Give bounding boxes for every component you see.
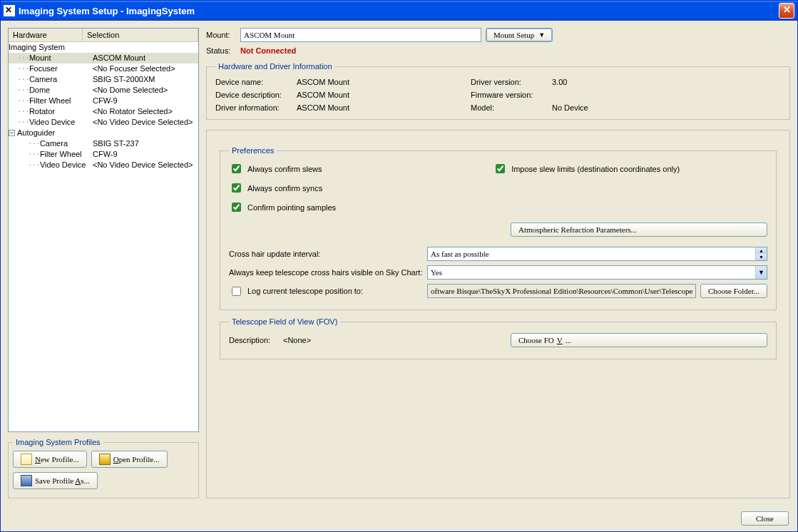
choose-folder-button[interactable]: Choose Folder... <box>700 284 767 298</box>
log-position-path <box>427 284 696 298</box>
driver-info-label: Driver information: <box>215 103 294 112</box>
titlebar: Imaging System Setup - ImagingSystem ✕ <box>1 1 797 21</box>
model-value: No Device <box>552 103 781 112</box>
close-button[interactable]: Close <box>741 511 789 526</box>
tree-header-hardware: Hardware <box>9 29 83 42</box>
driver-info-value: ASCOM Mount <box>297 103 468 112</box>
device-name-label: Device name: <box>215 78 294 86</box>
tree-item-mount[interactable]: ··· Mount ASCOM Mount <box>9 53 198 63</box>
log-position-checkbox[interactable]: Log current telescope position to: <box>229 285 423 298</box>
tree-header: Hardware Selection <box>9 29 198 42</box>
tree-item-dome[interactable]: ··· Dome <No Dome Selected> <box>9 85 198 96</box>
firmware-version-label: Firmware version: <box>471 91 549 99</box>
confirm-syncs-checkbox[interactable]: Always confirm syncs <box>229 181 336 195</box>
mount-setup-button[interactable]: Mount Setup▼ <box>486 28 553 42</box>
preferences-legend: Preferences <box>229 146 277 155</box>
crosshair-interval-label: Cross hair update interval: <box>229 250 423 258</box>
tree-item-rotator[interactable]: ··· Rotator <No Rotator Selected> <box>9 106 198 117</box>
app-icon <box>4 5 15 16</box>
keep-visible-combo[interactable]: ▼ <box>427 265 767 280</box>
model-label: Model: <box>471 103 549 112</box>
atmospheric-refraction-button[interactable]: Atmospheric Refraction Parameters... <box>511 222 767 237</box>
tree-sub-filterwheel[interactable]: ··· Filter Wheel CFW-9 <box>9 149 198 160</box>
tree-item-focuser[interactable]: ··· Focuser <No Focuser Selected> <box>9 63 198 74</box>
profiles-legend: Imaging System Profiles <box>13 438 103 446</box>
chevron-down-icon: ▼ <box>538 31 545 39</box>
fov-description-label: Description: <box>229 336 279 344</box>
profiles-group: Imaging System Profiles New Profile... O… <box>8 438 199 498</box>
hardware-info-group: Hardware and Driver Information Device n… <box>206 62 790 120</box>
tree-item-videodevice[interactable]: ··· Video Device <No Video Device Select… <box>9 117 198 128</box>
save-profile-button[interactable]: Save Profile As... <box>13 472 98 489</box>
driver-version-label: Driver version: <box>471 78 549 86</box>
fov-legend: Telescope Field of View (FOV) <box>229 317 340 326</box>
preferences-group: Preferences Always confirm slews Always … <box>220 146 777 310</box>
firmware-version-value <box>552 91 781 99</box>
status-value: Not Connected <box>240 46 296 55</box>
new-icon <box>21 454 32 465</box>
tree-item-filterwheel[interactable]: ··· Filter Wheel CFW-9 <box>9 96 198 106</box>
device-name-value: ASCOM Mount <box>297 78 468 86</box>
new-profile-button[interactable]: New Profile... <box>13 451 87 468</box>
device-desc-label: Device description: <box>215 91 294 99</box>
save-icon <box>21 475 32 486</box>
tree-sub-camera[interactable]: ··· Camera SBIG ST-237 <box>9 138 198 149</box>
impose-limits-checkbox[interactable]: Impose slew limits (destination coordina… <box>493 162 680 175</box>
fov-group: Telescope Field of View (FOV) Descriptio… <box>220 317 777 359</box>
tree-sub-autoguider[interactable]: −Autoguider <box>9 128 198 138</box>
mount-label: Mount: <box>206 31 236 39</box>
window-close-button[interactable]: ✕ <box>779 3 794 19</box>
choose-fov-button[interactable]: Choose FOV... <box>511 333 767 347</box>
tree-item-camera[interactable]: ··· Camera SBIG ST-2000XM <box>9 74 198 85</box>
spin-up-icon[interactable]: ▲ <box>756 247 767 254</box>
hardware-info-legend: Hardware and Driver Information <box>215 62 335 71</box>
tree-sub-videodevice[interactable]: ··· Video Device <No Video Device Select… <box>9 160 198 170</box>
open-icon <box>99 454 111 465</box>
device-desc-value: ASCOM Mount <box>297 91 468 99</box>
confirm-slews-checkbox[interactable]: Always confirm slews <box>229 162 336 175</box>
window-title: Imaging System Setup - ImagingSystem <box>19 6 195 16</box>
fov-description-value: <None> <box>283 336 506 344</box>
driver-version-value: 3.00 <box>552 78 781 86</box>
spin-down-icon[interactable]: ▼ <box>756 254 767 260</box>
crosshair-interval-combo[interactable]: ▲▼ <box>427 247 767 261</box>
tree-root[interactable]: Imaging System <box>9 42 198 53</box>
hardware-tree[interactable]: Hardware Selection Imaging System ··· Mo… <box>8 28 199 432</box>
confirm-pointing-checkbox[interactable]: Confirm pointing samples <box>229 200 336 214</box>
collapse-icon[interactable]: − <box>9 130 15 136</box>
keep-visible-label: Always keep telescope cross hairs visibl… <box>229 268 423 277</box>
chevron-down-icon[interactable]: ▼ <box>755 266 767 279</box>
tree-header-selection: Selection <box>83 29 198 42</box>
open-profile-button[interactable]: Open Profile... <box>91 451 168 468</box>
status-label: Status: <box>206 46 236 55</box>
mount-input[interactable] <box>240 28 481 42</box>
